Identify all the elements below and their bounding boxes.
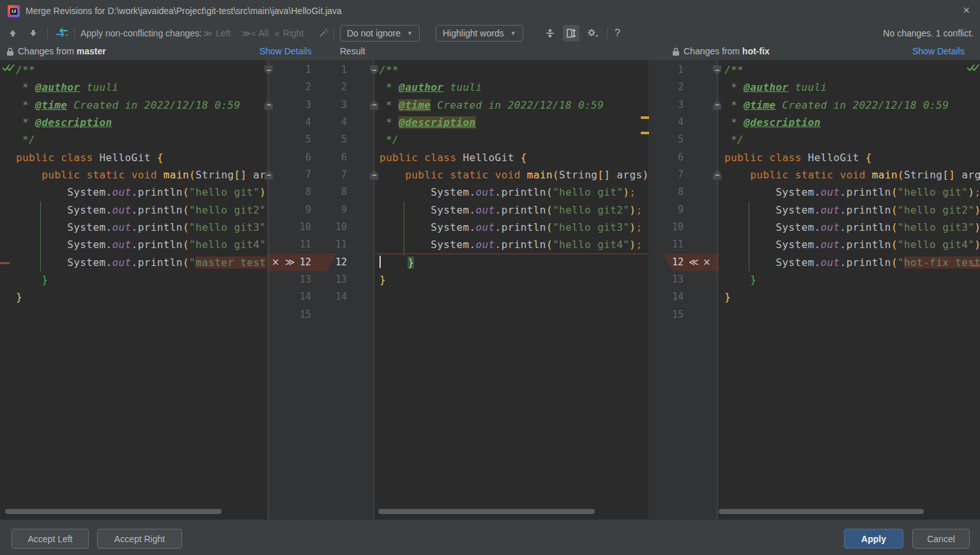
apply-left-button[interactable]: ≫ Left	[203, 23, 231, 43]
code-line[interactable]: * @description	[724, 114, 980, 131]
highlight-policy-combo[interactable]: Highlight words ▼	[436, 25, 523, 42]
merge-status-text: No changes. 1 conflict.	[883, 28, 974, 38]
code-line[interactable]: }	[379, 271, 648, 288]
apply-nonconflicting-label: Apply non-conflicting changes:	[80, 23, 202, 43]
code-line[interactable]: /**	[16, 61, 266, 79]
code-line[interactable]: System.out.println("master test");	[16, 254, 266, 271]
accept-left-button[interactable]: Accept Left	[11, 529, 89, 549]
code-line[interactable]: }	[16, 288, 266, 306]
toolbar-separator	[74, 27, 75, 39]
apply-left-change-icon[interactable]: ≫	[285, 254, 295, 271]
code-line[interactable]: System.out.println("hello git");	[379, 184, 648, 201]
code-line[interactable]: }	[379, 254, 648, 271]
result-editor[interactable]: /** * @author tuuli * @time Created in 2…	[374, 60, 648, 519]
apply-right-button[interactable]: « Right	[275, 23, 303, 43]
toolbar-separator	[333, 27, 334, 39]
no-problems-check-icon	[966, 63, 980, 73]
code-line[interactable]: * @description	[16, 114, 266, 131]
settings-gear-icon[interactable]	[584, 23, 602, 43]
code-line[interactable]: public static void main(String[] args) {	[724, 166, 980, 184]
left-horizontal-scrollbar[interactable]	[5, 509, 222, 514]
lock-icon	[6, 47, 14, 56]
code-line[interactable]: */	[724, 131, 980, 148]
code-line[interactable]: /**	[724, 61, 980, 79]
code-line[interactable]: * @time Created in 2022/12/18 0:59	[379, 97, 648, 114]
code-line[interactable]: /**	[379, 61, 648, 79]
code-line[interactable]: * @time Created in 2022/12/18 0:59	[16, 97, 266, 114]
lock-icon	[672, 47, 680, 56]
code-line[interactable]: System.out.println("hello git2");	[379, 201, 648, 219]
double-chevron-right-icon: ≫	[203, 28, 213, 38]
help-button[interactable]: ?	[615, 23, 620, 43]
result-line-numbers: 1234567891011121314	[314, 61, 348, 306]
indent-guide	[40, 201, 41, 272]
code-line[interactable]: System.out.println("hello git4");	[16, 236, 266, 253]
code-line[interactable]: System.out.println("hello git");	[724, 184, 980, 201]
right-line-numbers: 123456789101112131415	[648, 61, 685, 324]
no-problems-check-icon	[1, 63, 15, 73]
right-panel-title: Changes from hot-fix	[684, 46, 770, 56]
code-line[interactable]: public static void main(String[] args) {	[379, 166, 648, 184]
result-horizontal-scrollbar[interactable]	[378, 509, 595, 514]
result-panel-title: Result	[340, 46, 365, 56]
code-line[interactable]: System.out.println("hello git");	[16, 184, 266, 201]
title-bar: IJ Merge Revisions for D:\work\javaidea\…	[0, 0, 980, 24]
chevron-down-icon: ▼	[407, 30, 413, 36]
previous-change-button[interactable]	[8, 23, 18, 43]
code-line[interactable]: public static void main(String[] args) {	[16, 166, 266, 184]
apply-button[interactable]: Apply	[844, 529, 903, 549]
close-icon[interactable]: ×	[963, 4, 970, 17]
apply-right-change-icon[interactable]: ≪	[689, 254, 699, 271]
magic-resolve-icon[interactable]	[318, 23, 329, 43]
code-line[interactable]: */	[379, 131, 648, 148]
window-title: Merge Revisions for D:\work\javaidea\Pro…	[26, 6, 342, 16]
chevrons-all-icon: ≫«	[241, 28, 256, 38]
conflict-edge-marker	[972, 265, 980, 267]
collapse-unchanged-icon[interactable]	[542, 23, 558, 43]
code-line[interactable]: */	[16, 131, 266, 148]
toolbar-separator	[607, 27, 608, 39]
code-line[interactable]: * @author tuuli	[724, 79, 980, 96]
code-line[interactable]: public class HelloGit {	[379, 149, 648, 166]
merge-revisions-dialog: IJ Merge Revisions for D:\work\javaidea\…	[0, 0, 980, 555]
accept-right-button[interactable]: Accept Right	[97, 529, 182, 549]
left-editor[interactable]: /** * @author tuuli * @time Created in 2…	[0, 60, 266, 519]
code-line[interactable]: System.out.println("hello git3");	[724, 219, 980, 236]
sync-scrolling-toggle[interactable]	[563, 25, 579, 42]
code-line[interactable]: public class HelloGit {	[724, 149, 980, 166]
double-chevron-left-icon: «	[275, 28, 280, 38]
code-line[interactable]: * @description	[379, 114, 648, 131]
code-line[interactable]: public class HelloGit {	[16, 149, 266, 166]
code-line[interactable]: System.out.println("hello git4");	[724, 236, 980, 253]
code-line[interactable]: * @author tuuli	[16, 79, 266, 96]
intellij-idea-icon: IJ	[8, 5, 20, 17]
left-show-details-link[interactable]: Show Details	[259, 46, 312, 56]
code-line[interactable]: System.out.println("hot-fix test");	[724, 254, 980, 271]
right-horizontal-scrollbar[interactable]	[719, 509, 924, 514]
warning-stripe-mark[interactable]	[641, 116, 649, 119]
code-line[interactable]: * @author tuuli	[379, 79, 648, 96]
right-show-details-link[interactable]: Show Details	[912, 46, 965, 56]
code-line[interactable]: System.out.println("hello git2");	[724, 201, 980, 219]
code-line[interactable]: System.out.println("hello git3");	[379, 219, 648, 236]
conflict-top-border	[374, 253, 648, 254]
warning-stripe-mark[interactable]	[641, 132, 649, 134]
ignore-left-change-icon[interactable]: ×	[272, 254, 280, 271]
code-line[interactable]: }	[16, 271, 266, 288]
next-change-button[interactable]	[28, 23, 38, 43]
code-line[interactable]: System.out.println("hello git3");	[16, 219, 266, 236]
toolbar: Apply non-conflicting changes: ≫ Left ≫«…	[0, 23, 980, 43]
apply-all-button[interactable]: ≫« All	[241, 23, 268, 43]
merge-editors: /** * @author tuuli * @time Created in 2…	[0, 60, 980, 519]
compare-branches-icon[interactable]	[55, 23, 69, 43]
ignore-right-change-icon[interactable]: ×	[703, 254, 711, 271]
cancel-button[interactable]: Cancel	[912, 529, 970, 549]
right-editor[interactable]: /** * @author tuuli * @time Created in 2…	[719, 60, 980, 519]
code-line[interactable]: System.out.println("hello git4");	[379, 236, 648, 253]
code-line[interactable]: }	[724, 288, 980, 306]
code-line[interactable]: * @time Created in 2022/12/18 0:59	[724, 97, 980, 114]
code-line[interactable]: }	[724, 271, 980, 288]
panel-headers: Changes from master Show Details Result …	[0, 43, 980, 61]
ignore-policy-combo[interactable]: Do not ignore ▼	[340, 25, 420, 42]
code-line[interactable]: System.out.println("hello git2");	[16, 201, 266, 219]
